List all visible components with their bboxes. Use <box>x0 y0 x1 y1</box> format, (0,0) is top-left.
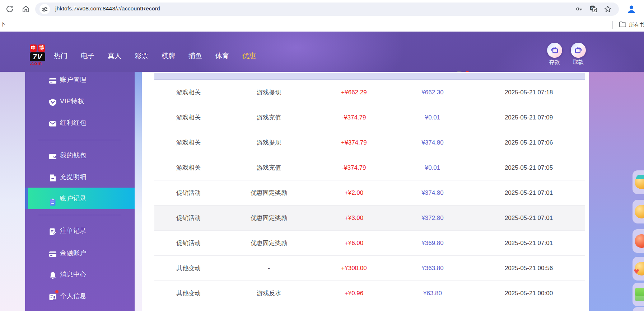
cell-balance: ¥374.80 <box>393 130 472 155</box>
cell-time: 2025-05-21 00:56 <box>472 256 585 281</box>
sign-in-calendar-button[interactable] <box>633 283 644 306</box>
cell-amount: -¥374.79 <box>315 155 393 180</box>
table-row: 促销活动 优惠固定奖励 +¥3.00 ¥372.80 2025-05-21 07… <box>154 206 585 231</box>
table-row: 游戏相关 游戏充值 -¥374.79 ¥0.01 2025-05-21 07:0… <box>154 155 585 180</box>
cell-type: 促销活动 <box>154 231 223 255</box>
sidebar-item-bonus-redpacket[interactable]: 红利红包 <box>25 115 135 131</box>
logo-suffix: .com <box>30 61 51 66</box>
nav-item-chess[interactable]: 棋牌 <box>162 51 175 61</box>
nav-item-slots[interactable]: 电子 <box>81 51 94 61</box>
account-sidebar: 账户管理 VIP特权 红利红包 我的钱包 充提明细 <box>25 72 135 311</box>
cell-amount: -¥374.79 <box>315 105 393 130</box>
bookmarks-bar: 下 所有书 <box>0 18 644 32</box>
site-logo[interactable]: 申 博 7V .com <box>30 44 51 66</box>
browser-profile-icon[interactable] <box>626 4 637 14</box>
bookmark-item-partial[interactable]: 下 <box>0 21 6 28</box>
cell-name: 游戏充值 <box>223 155 315 180</box>
cell-amount: +¥3.00 <box>315 206 393 230</box>
cell-balance: ¥369.80 <box>393 231 472 255</box>
nav-item-live[interactable]: 真人 <box>108 51 121 61</box>
cell-time: 2025-05-21 00:00 <box>472 281 585 306</box>
logo-tile-2: 博 <box>38 44 45 52</box>
badge-dot <box>55 290 59 293</box>
reload-icon[interactable] <box>5 5 14 13</box>
document-icon <box>48 173 57 181</box>
main-menu: 热门电子真人彩票棋牌捕鱼体育优惠 <box>54 51 256 61</box>
cell-name: 游戏提现 <box>223 80 315 105</box>
sidebar-item-finance-account[interactable]: 金融账户 <box>25 245 135 261</box>
table-header-partial <box>154 73 585 80</box>
sidebar-item-bet-record[interactable]: 注单记录 <box>25 223 135 239</box>
table-row: 其他变动 游戏反水 +¥0.96 ¥63.80 2025-05-21 00:00 <box>154 281 585 306</box>
sidebar-item-deposit-detail[interactable]: 充提明细 <box>25 169 135 185</box>
deposit-label[interactable]: 存款 <box>544 59 565 66</box>
browser-window: jhktofs.7vv08.com:8443/#/accountRecord G… <box>0 0 644 311</box>
logo-tile-1: 申 <box>30 44 37 52</box>
cell-type: 游戏相关 <box>154 80 223 105</box>
password-key-icon[interactable] <box>575 5 583 13</box>
vip-shield-icon <box>48 97 57 105</box>
sidebar-item-personal-info[interactable]: 个人信息 <box>25 288 135 304</box>
home-icon[interactable] <box>22 5 30 13</box>
cell-time: 2025-05-21 07:09 <box>472 105 585 130</box>
table-row: 促销活动 优惠固定奖励 +¥2.00 ¥374.80 2025-05-21 07… <box>154 180 585 206</box>
sign-in-calendar-icon <box>635 288 644 301</box>
customer-service-button[interactable] <box>633 170 644 194</box>
cell-type: 促销活动 <box>154 180 223 205</box>
all-bookmarks-label[interactable]: 所有书 <box>629 22 644 28</box>
table-row: 其他变动 - +¥300.00 ¥363.80 2025-05-21 00:56 <box>154 256 585 281</box>
nav-item-promo[interactable]: 优惠 <box>242 51 256 61</box>
nav-item-fishing[interactable]: 捕鱼 <box>188 51 202 61</box>
bookmark-star-icon[interactable] <box>604 5 612 13</box>
mascot-heart-button[interactable] <box>633 257 644 281</box>
cell-amount: +¥300.00 <box>315 256 393 281</box>
folder-icon[interactable] <box>619 21 626 29</box>
translate-icon[interactable]: G <box>589 5 597 13</box>
cell-balance: ¥0.01 <box>393 155 472 180</box>
cell-type: 促销活动 <box>154 206 223 230</box>
trophy-button[interactable] <box>633 200 644 223</box>
nav-item-hot[interactable]: 热门 <box>54 51 67 61</box>
cell-balance: ¥0.01 <box>393 105 472 130</box>
cell-name: 优惠固定奖励 <box>223 180 315 205</box>
cell-balance: ¥372.80 <box>393 206 472 230</box>
logo-main: 7V <box>30 52 45 61</box>
withdraw-button[interactable] <box>571 43 586 58</box>
url-text[interactable]: jhktofs.7vv08.com:8443/#/accountRecord <box>55 5 160 12</box>
cell-type: 游戏相关 <box>154 105 223 130</box>
document-pen-icon <box>48 226 57 235</box>
gift-button[interactable] <box>633 229 644 253</box>
withdraw-label[interactable]: 取款 <box>568 59 589 66</box>
clipboard-icon <box>48 194 57 203</box>
nav-item-sports[interactable]: 体育 <box>215 51 229 61</box>
site-info-icon[interactable] <box>39 4 50 14</box>
cell-type: 其他变动 <box>154 256 223 281</box>
cell-name: 优惠固定奖励 <box>223 206 315 230</box>
deposit-button[interactable] <box>547 43 562 58</box>
cell-name: - <box>223 256 315 281</box>
sidebar-item-account-manage[interactable]: 账户管理 <box>25 72 135 88</box>
customer-service-icon <box>635 175 644 189</box>
bookmarks-divider <box>612 21 613 29</box>
url-bar[interactable]: jhktofs.7vv08.com:8443/#/accountRecord G <box>35 3 619 16</box>
cell-balance: ¥63.80 <box>393 281 472 306</box>
cell-name: 游戏提现 <box>223 130 315 155</box>
table-row: 游戏相关 游戏充值 -¥374.79 ¥0.01 2025-05-21 07:0… <box>154 105 585 130</box>
table-row: 游戏相关 游戏提现 +¥374.79 ¥374.80 2025-05-21 07… <box>154 130 585 155</box>
bank-card-icon <box>48 75 57 84</box>
envelope-icon <box>48 118 57 127</box>
site-navbar: 申 博 7V .com 热门电子真人彩票棋牌捕鱼体育优惠 V0 ¥ 662 存款 <box>0 32 644 72</box>
cell-amount: +¥662.29 <box>315 80 393 105</box>
nav-item-lottery[interactable]: 彩票 <box>135 51 148 61</box>
cell-amount: +¥6.00 <box>315 231 393 255</box>
sidebar-item-my-wallet[interactable]: 我的钱包 <box>25 147 135 163</box>
sidebar-item-vip-privilege[interactable]: VIP特权 <box>25 93 135 109</box>
cell-type: 其他变动 <box>154 281 223 306</box>
sidebar-item-account-record[interactable]: 账户记录 <box>25 188 135 209</box>
wallet-icon <box>48 151 57 160</box>
bell-icon <box>48 270 57 279</box>
cell-balance: ¥374.80 <box>393 180 472 205</box>
sidebar-divider <box>38 140 121 140</box>
bank-card-icon <box>48 249 57 257</box>
sidebar-item-message-center[interactable]: 消息中心 <box>25 267 135 282</box>
